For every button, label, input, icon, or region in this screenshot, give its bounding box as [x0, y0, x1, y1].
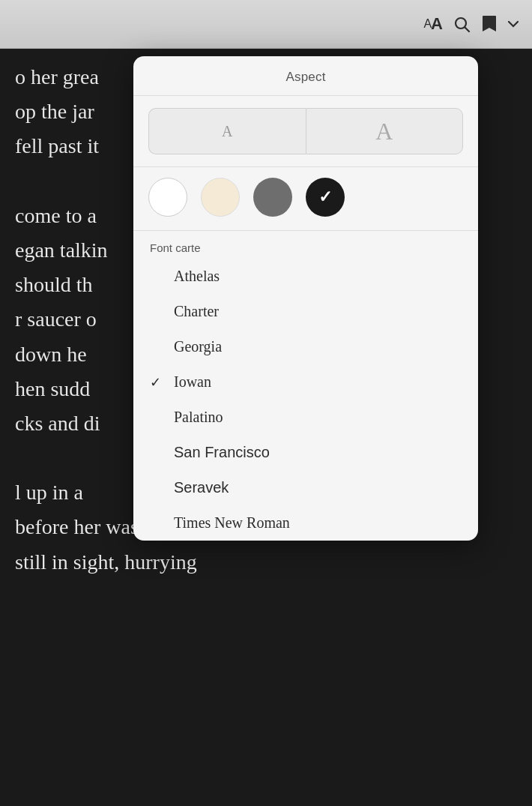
charter-check	[150, 304, 171, 319]
georgia-check	[150, 339, 171, 355]
color-selected-checkmark: ✓	[318, 187, 332, 207]
color-white-button[interactable]	[148, 178, 187, 217]
sf-check	[150, 445, 171, 460]
font-small-btn-label: A	[222, 123, 232, 140]
svg-line-1	[465, 28, 470, 32]
font-item-athelas[interactable]: Athelas	[133, 259, 478, 294]
search-button[interactable]	[453, 15, 471, 33]
times-label: Times New Roman	[174, 514, 462, 532]
seravek-check	[150, 480, 171, 496]
chevron-down-icon[interactable]	[508, 20, 519, 28]
times-check	[150, 515, 171, 531]
palatino-check	[150, 409, 171, 425]
font-item-palatino[interactable]: Palatino	[133, 400, 478, 435]
font-large-btn-label: A	[375, 118, 393, 145]
font-item-seravek[interactable]: Seravek	[133, 470, 478, 505]
charter-label: Charter	[174, 303, 462, 320]
athelas-label: Athelas	[174, 268, 462, 285]
toolbar: AA	[0, 0, 532, 49]
font-section-label: Font carte	[133, 231, 478, 259]
color-black-button[interactable]: ✓	[306, 178, 345, 217]
font-item-georgia[interactable]: Georgia	[133, 329, 478, 364]
font-size-button[interactable]: AA	[423, 14, 442, 34]
aspect-popover: Aspect A A ✓ Font carte Athelas Charter …	[133, 56, 478, 541]
font-item-charter[interactable]: Charter	[133, 294, 478, 329]
color-gray-button[interactable]	[253, 178, 292, 217]
seravek-label: Seravek	[174, 479, 462, 496]
font-increase-button[interactable]: A	[306, 108, 464, 154]
palatino-label: Palatino	[174, 409, 462, 426]
color-cream-button[interactable]	[201, 178, 240, 217]
iowan-check: ✓	[150, 374, 171, 391]
bookmark-button[interactable]	[481, 14, 498, 34]
sf-label: San Francisco	[174, 444, 462, 461]
font-large-label: A	[431, 14, 442, 34]
athelas-check	[150, 268, 171, 284]
font-small-label: A	[423, 17, 431, 31]
font-size-row: A A	[133, 96, 478, 167]
color-theme-row: ✓	[133, 167, 478, 231]
font-decrease-button[interactable]: A	[148, 108, 306, 154]
font-item-iowan[interactable]: ✓ Iowan	[133, 364, 478, 400]
iowan-label: Iowan	[174, 373, 462, 391]
font-item-times-new-roman[interactable]: Times New Roman	[133, 505, 478, 541]
georgia-label: Georgia	[174, 338, 462, 355]
popover-title: Aspect	[133, 56, 478, 96]
font-item-san-francisco[interactable]: San Francisco	[133, 435, 478, 470]
